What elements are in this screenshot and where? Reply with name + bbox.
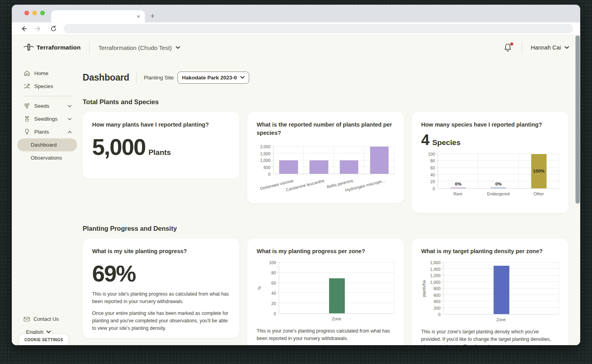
species-categories-chart: 0204060801000%0%100%RareEndangeredOther (421, 154, 559, 196)
zone-density-caption: This is your zone's target planting dens… (421, 328, 559, 345)
chevron-down-icon (240, 76, 245, 79)
species-count-unit: Species (432, 138, 461, 147)
notification-badge (510, 42, 513, 46)
terraformation-logo: Terraformation (24, 43, 81, 52)
sidebar-footer: Contact Us English (24, 316, 59, 335)
sidebar-item-seedlings[interactable]: Seedlings (17, 112, 77, 125)
sidebar-item-label: Plants (34, 129, 49, 135)
card-question: What is my planting progress per zone? (257, 247, 394, 256)
reload-button[interactable] (49, 24, 58, 33)
progress-cards-row: What is my site planting progress? 69% T… (83, 239, 568, 345)
chevron-down-icon (176, 46, 180, 49)
sidebar-item-dashboard[interactable]: Dashboard (17, 138, 77, 151)
sidebar-item-label: Seeds (34, 103, 49, 109)
app-header: Terraformation Terraformation (Chudo Tes… (12, 35, 580, 60)
header-divider (522, 42, 522, 53)
browser-tabstrip: × + (12, 5, 580, 22)
sidebar-item-plants[interactable]: Plants (17, 125, 77, 138)
card-site-progress: What is my site planting progress? 69% T… (83, 239, 239, 338)
totals-cards-row: How many plants have I reported planting… (83, 112, 568, 213)
contact-us-link[interactable]: Contact Us (24, 316, 59, 322)
section-heading-totals: Total Plants and Species (83, 98, 568, 106)
seeds-icon (24, 103, 30, 109)
chevron-down-icon (68, 105, 72, 107)
organization-selector[interactable]: Terraformation (Chudo Test) (98, 44, 180, 51)
zone-progress-caption: This is your zone's planting progress ca… (257, 327, 394, 342)
back-button[interactable] (19, 24, 28, 33)
desktop-background: { "browser": { "tab_close_glyph": "×", "… (0, 0, 592, 364)
site-progress-description-1: This is your site's planting progress as… (92, 290, 230, 305)
sidebar: Home Species Seeds Seedlings (12, 60, 83, 345)
tab-close-icon[interactable]: × (137, 14, 140, 19)
home-icon (24, 70, 30, 77)
card-question: How many species have I reported plantin… (421, 121, 559, 129)
planting-site-select[interactable]: Hakodate Park 2023-0 (178, 72, 249, 84)
sidebar-item-seeds[interactable]: Seeds (17, 99, 77, 112)
minimize-window-button[interactable] (32, 11, 37, 15)
tree-icon (24, 129, 30, 135)
card-question: What is my target planting density per z… (421, 247, 559, 256)
browser-tab[interactable]: × (51, 10, 145, 22)
organization-name: Terraformation (Chudo Test) (98, 44, 172, 51)
close-window-button[interactable] (24, 11, 29, 15)
site-progress-value: 69% (92, 261, 135, 286)
total-plants-value: 5,000 (92, 134, 145, 160)
sidebar-divider (23, 96, 72, 96)
logo-wordmark: Terraformation (37, 44, 81, 51)
species-count-value: 4 (421, 132, 429, 149)
sidebar-item-label: Seedlings (34, 116, 57, 122)
maximize-window-button[interactable] (40, 11, 45, 15)
user-menu[interactable]: Hannah Cai (531, 44, 569, 51)
address-bar[interactable] (64, 24, 573, 33)
reload-icon (50, 25, 57, 32)
title-divider (136, 72, 137, 83)
zone-density-chart: plants/ha02004006008001,0001,2001,4001,6… (421, 263, 559, 322)
sidebar-item-home[interactable]: Home (17, 67, 77, 80)
chevron-down-icon (46, 331, 51, 333)
sidebar-item-label: Home (34, 70, 48, 76)
planting-site-value: Hakodate Park 2023-0 (182, 75, 237, 81)
plants-per-species-chart: 05001,0001,5002,000Dodonaea viscosaCarda… (257, 147, 394, 195)
envelope-icon (24, 317, 30, 322)
forward-button[interactable] (34, 24, 43, 33)
seedling-icon (24, 116, 30, 122)
cookie-settings-button[interactable]: COOKIE SETTINGS (19, 334, 68, 345)
section-heading-progress: Planting Progress and Density (83, 225, 568, 232)
new-tab-button[interactable]: + (150, 12, 155, 20)
forward-arrow-icon (35, 25, 42, 32)
browser-window: × + Terr (12, 5, 580, 345)
sidebar-item-label: Dashboard (31, 142, 57, 148)
total-plants-unit: Plants (148, 148, 171, 157)
browser-toolbar (12, 22, 580, 35)
planting-site-label: Planting Site (144, 75, 174, 81)
card-question: What is the reported number of plants pl… (257, 121, 394, 137)
card-zone-progress: What is my planting progress per zone? %… (247, 239, 404, 345)
sidebar-item-label: Species (34, 83, 53, 89)
page-content: Terraformation Terraformation (Chudo Tes… (12, 35, 580, 345)
notifications-button[interactable] (503, 43, 513, 52)
species-icon (24, 83, 30, 90)
card-plants-per-species: What is the reported number of plants pl… (247, 112, 404, 203)
card-question: How many plants have I reported planting… (92, 121, 230, 129)
contact-us-label: Contact Us (33, 316, 59, 322)
sidebar-item-label: Observations (31, 155, 62, 161)
card-total-plants: How many plants have I reported planting… (83, 112, 239, 179)
window-controls (24, 11, 45, 15)
sidebar-item-observations[interactable]: Observations (17, 151, 77, 164)
scrollbar-thumb[interactable] (575, 35, 580, 204)
header-divider (89, 42, 90, 53)
card-zone-density: What is my target planting density per z… (412, 239, 568, 345)
user-name: Hannah Cai (531, 44, 561, 51)
card-question: What is my site planting progress? (92, 247, 230, 256)
card-species-count: How many species have I reported plantin… (412, 112, 568, 213)
terraformation-logo-icon (24, 43, 34, 52)
sidebar-item-species[interactable]: Species (17, 80, 77, 93)
chevron-up-icon (68, 131, 72, 133)
page-title: Dashboard (83, 72, 129, 83)
zone-progress-chart: %020406080100Zone (257, 263, 394, 321)
back-arrow-icon (20, 25, 27, 32)
main-area: Dashboard Planting Site Hakodate Park 20… (83, 60, 580, 345)
site-progress-description-2: Once your entire planting site has been … (92, 310, 230, 332)
chevron-down-icon (564, 46, 569, 49)
chevron-down-icon (68, 118, 72, 120)
